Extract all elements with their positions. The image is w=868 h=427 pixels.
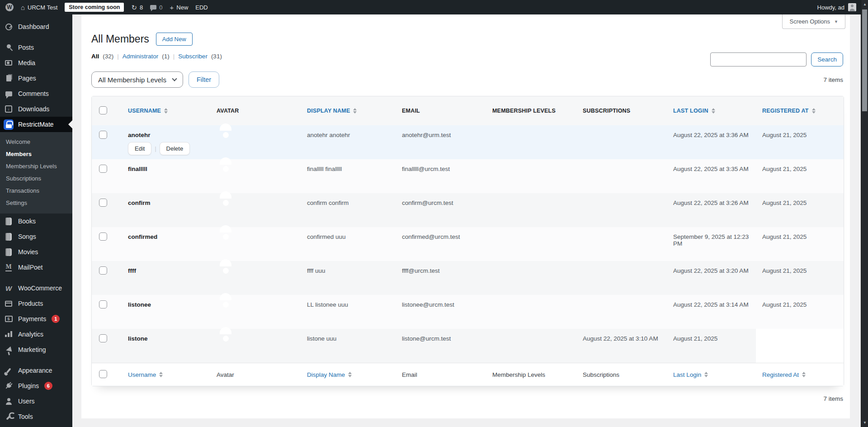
column-header-username[interactable]: Username xyxy=(122,96,210,125)
comments-link[interactable]: 0 xyxy=(150,4,162,11)
email-cell: anotehr@urm.test xyxy=(396,125,486,159)
sidebar-item-plugins[interactable]: Plugins 6 xyxy=(0,378,72,394)
search-button[interactable]: Search xyxy=(811,52,843,66)
sidebar-item-restrictmate[interactable]: RestrictMate xyxy=(0,117,72,132)
sidebar-item-marketing[interactable]: Marketing xyxy=(0,342,72,357)
sidebar-item-posts[interactable]: Posts xyxy=(0,40,72,55)
column-label: Username xyxy=(128,371,156,378)
user-avatar[interactable] xyxy=(848,3,856,11)
sidebar-item-users[interactable]: Users xyxy=(0,394,72,409)
sidebar-item-analytics[interactable]: Analytics xyxy=(0,327,72,342)
sidebar-item-pages[interactable]: Pages xyxy=(0,71,72,86)
filter-button[interactable]: Filter xyxy=(189,71,219,88)
submenu-item-transactions[interactable]: Transactions xyxy=(0,185,72,197)
screen-options-button[interactable]: Screen Options ▼ xyxy=(782,14,845,29)
updates-link[interactable]: ↻ 8 xyxy=(131,4,143,11)
username-cell[interactable]: anotehr xyxy=(128,132,206,138)
column-header-last-login[interactable]: Last Login xyxy=(667,96,756,125)
username-cell[interactable]: listonee xyxy=(128,301,206,308)
submenu-item-settings[interactable]: Settings xyxy=(0,197,72,209)
search-input[interactable] xyxy=(710,52,807,66)
submenu-item-membership-levels[interactable]: Membership Levels xyxy=(0,160,72,172)
display-name-cell: ffff uuu xyxy=(301,261,396,295)
sidebar-item-comments[interactable]: Comments xyxy=(0,86,72,101)
registered-at-cell: August 21, 2025 xyxy=(756,193,844,227)
username-cell[interactable]: listone xyxy=(128,335,206,342)
username-cell[interactable]: finalllll xyxy=(128,166,206,172)
scrollbar-thumb[interactable] xyxy=(862,9,867,111)
username-cell[interactable]: confirmed xyxy=(128,233,206,240)
footer-header-last-login[interactable]: Last Login xyxy=(667,363,756,386)
display-name-cell: anotehr anotehr xyxy=(301,125,396,159)
site-name-link[interactable]: ⌂ URCM Test xyxy=(21,4,57,11)
howdy-account-link[interactable]: Howdy, ad xyxy=(817,4,844,11)
submenu-item-welcome[interactable]: Welcome xyxy=(0,136,72,148)
registered-at-cell: August 21, 2025 xyxy=(667,329,756,363)
delete-button[interactable]: Delete xyxy=(160,142,190,155)
column-header-registered-at[interactable]: Registered At xyxy=(756,96,844,125)
row-checkbox[interactable] xyxy=(99,165,107,173)
username-cell[interactable]: confirm xyxy=(128,199,206,206)
row-checkbox[interactable] xyxy=(99,266,107,275)
wordpress-menu[interactable]: W xyxy=(5,3,14,11)
sidebar-item-books[interactable]: Books xyxy=(0,214,72,229)
username-cell[interactable]: ffff xyxy=(128,267,206,274)
subscriptions-cell xyxy=(576,159,667,193)
sidebar-item-songs[interactable]: Songs xyxy=(0,229,72,244)
edit-button[interactable]: Edit xyxy=(128,142,151,155)
column-label: Email xyxy=(402,371,417,378)
page-title: All Members xyxy=(91,33,149,45)
footer-header-registered-at[interactable]: Registered At xyxy=(756,363,844,386)
sidebar-item-movies[interactable]: Movies xyxy=(0,244,72,260)
book-icon xyxy=(4,247,14,257)
select-all-checkbox[interactable] xyxy=(99,370,107,378)
sidebar-item-payments[interactable]: Payments 1 xyxy=(0,311,72,327)
column-header-email: Email xyxy=(396,96,486,125)
row-checkbox[interactable] xyxy=(99,334,107,342)
sidebar-item-label: WooCommerce xyxy=(18,285,62,292)
row-checkbox[interactable] xyxy=(99,232,107,241)
membership-level-select[interactable]: All Membership Levels xyxy=(91,71,183,88)
view-all-link[interactable]: All xyxy=(91,53,99,60)
sidebar-item-appearance[interactable]: Appearance xyxy=(0,363,72,378)
footer-header-display-name[interactable]: Display Name xyxy=(301,363,396,386)
view-subscriber-count: (31) xyxy=(211,53,222,60)
paintbrush-icon xyxy=(4,365,14,375)
row-checkbox[interactable] xyxy=(99,300,107,308)
column-header-display-name[interactable]: Display Name xyxy=(301,96,396,125)
sidebar-item-label: Books xyxy=(18,218,36,225)
select-all-checkbox[interactable] xyxy=(99,106,107,114)
submenu-item-subscriptions[interactable]: Subscriptions xyxy=(0,172,72,185)
submenu-item-members[interactable]: Members xyxy=(0,148,72,160)
update-count: 8 xyxy=(140,4,143,11)
sidebar-item-woocommerce[interactable]: W WooCommerce xyxy=(0,280,72,296)
sidebar-item-dashboard[interactable]: Dashboard xyxy=(0,19,72,34)
sidebar-item-media[interactable]: Media xyxy=(0,55,72,71)
edd-menu[interactable]: EDD xyxy=(195,4,208,11)
sidebar-item-mailpoet[interactable]: M MailPoet xyxy=(0,260,72,275)
membership-levels-cell xyxy=(486,193,576,227)
sidebar-item-products[interactable]: Products xyxy=(0,296,72,311)
footer-header-username[interactable]: Username xyxy=(122,363,210,386)
view-subscriber-link[interactable]: Subscriber xyxy=(178,53,208,60)
row-checkbox[interactable] xyxy=(99,199,107,207)
media-icon xyxy=(4,58,14,68)
email-cell: confirmed@urcm.test xyxy=(396,227,486,261)
plugin-icon xyxy=(4,381,14,391)
scroll-up-icon[interactable]: ▲ xyxy=(861,2,868,6)
page-scrollbar[interactable]: ▲ ▼ xyxy=(861,0,868,427)
row-checkbox[interactable] xyxy=(99,131,107,139)
new-content-menu[interactable]: + New xyxy=(170,4,189,11)
table-row: confirmed confirmed uuu confirmed@urcm.t… xyxy=(92,227,844,261)
store-coming-soon-badge[interactable]: Store coming soon xyxy=(65,3,124,12)
view-administrator-link[interactable]: Administrator xyxy=(123,53,159,60)
scroll-down-icon[interactable]: ▼ xyxy=(861,421,868,425)
plugins-badge: 6 xyxy=(44,382,52,390)
sidebar-item-tools[interactable]: Tools xyxy=(0,409,72,424)
add-new-button[interactable]: Add New xyxy=(156,33,193,46)
sidebar-item-label: Payments xyxy=(18,315,46,323)
table-row: listone listone uuu listone@urcm.test Au… xyxy=(92,329,844,363)
sidebar-item-downloads[interactable]: Downloads xyxy=(0,101,72,117)
table-row: listonee LL listonee uuu listonee@urcm.t… xyxy=(92,295,844,329)
table-row: confirm confirm confirm confirm@urcm.tes… xyxy=(92,193,844,227)
